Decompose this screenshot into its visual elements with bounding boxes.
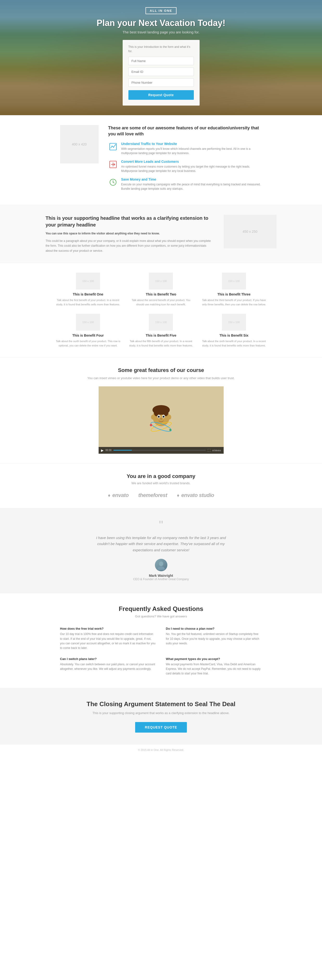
closing-cta-button[interactable]: REQUEST QUOTE xyxy=(135,722,187,733)
testimonial-role: CEO & Founder of Another Great Company xyxy=(10,578,312,581)
logo: ALL IN ONE xyxy=(145,7,177,14)
feature-desc-3: Execute on your marketing campaigns with… xyxy=(121,182,262,191)
quote-mark: " xyxy=(10,520,312,530)
fullscreen-icon: ⛶ xyxy=(207,449,210,452)
svg-point-21 xyxy=(168,415,171,420)
closing-title: The Closing Argument Statement to Seal T… xyxy=(10,700,312,708)
vimeo-badge: vimeo xyxy=(212,449,221,452)
benefits-section: 150 x 100 This is Benefit One Talk about… xyxy=(0,263,322,357)
benefit-desc-4: Talk about the ourth benefit of your pro… xyxy=(55,339,121,348)
benefit-title-3: This is Benefit Three xyxy=(217,293,250,296)
benefits-grid-row1: 150 x 100 This is Benefit One Talk about… xyxy=(55,273,267,307)
feature-item-2: Convert More Leads and Customers An opti… xyxy=(108,160,262,173)
faq-item-4: What payment types do you accept? We acc… xyxy=(166,657,262,676)
benefit-image-2: 150 x 100 xyxy=(149,273,173,290)
feature-item-3: Save Money and Time Execute on your mark… xyxy=(108,177,262,191)
clock-icon xyxy=(108,177,118,187)
logo-text: ALL IN ONE xyxy=(150,9,172,13)
closing-subtitle: This is your supporting closing argument… xyxy=(10,711,312,716)
faq-section: Frequently Asked Questions Got questions… xyxy=(0,593,322,688)
hero-form-card: This is your Introduction to the form an… xyxy=(123,40,199,105)
themeforest-logo: themeforest xyxy=(138,492,167,498)
svg-point-20 xyxy=(151,415,155,420)
svg-point-25 xyxy=(169,429,171,431)
faq-item-3: Can I switch plans later? Absolutely. Yo… xyxy=(60,657,156,676)
faq-subtitle: Got questions? We have got answers xyxy=(60,614,262,618)
footer-text: © 2015 All in One. All Rights Reserved. xyxy=(4,748,318,751)
faq-title: Frequently Asked Questions xyxy=(60,605,262,612)
video-controls: ▶ 00:30 ⛶ vimeo xyxy=(99,447,224,454)
faq-grid: How does the free trial work? Our 10 day… xyxy=(60,627,262,676)
benefit-desc-5: Talk about the fifth benefit of your pro… xyxy=(128,339,194,348)
email-input[interactable] xyxy=(128,68,194,76)
request-quote-button[interactable]: Request Quote xyxy=(128,90,194,100)
faq-question-4: What payment types do you accept? xyxy=(166,657,262,661)
hero-section: ALL IN ONE Plan your Next Vacation Today… xyxy=(0,0,322,115)
feature-title-3: Save Money and Time xyxy=(121,177,262,181)
features-section: 400 x 420 These are some of our awesome … xyxy=(0,115,322,205)
company-subtitle: We are funded with world's trusted brand… xyxy=(10,481,312,485)
faq-answer-3: Absolutely. You can switch between our p… xyxy=(60,662,156,671)
benefit-item-3: 150 x 100 This is Benefit Three Talk abo… xyxy=(201,273,267,307)
leads-icon xyxy=(108,160,118,169)
benefit-item-4: 150 x 100 This is Benefit Four Talk abou… xyxy=(55,314,121,348)
feature-text-1: Understand Traffic to Your Website With … xyxy=(121,142,262,155)
chart-icon xyxy=(108,142,118,151)
benefit-title-6: This is Benefit Six xyxy=(220,334,249,337)
features-content: These are some of our awesome features o… xyxy=(108,125,262,195)
benefit-image-4: 150 x 100 xyxy=(76,314,100,331)
benefit-desc-3: Talk about the third benefit of your pro… xyxy=(201,298,267,307)
svg-point-17 xyxy=(158,416,160,418)
svg-point-3 xyxy=(115,144,116,145)
features-image-placeholder: 400 x 420 xyxy=(60,125,99,164)
benefit-title-1: This is Benefit One xyxy=(73,293,104,296)
play-button[interactable]: ▶ xyxy=(101,449,104,452)
video-subtitle: You can insert vimeo or youtube video he… xyxy=(10,376,312,380)
testimonial-text: I have been using this template for all … xyxy=(91,535,231,553)
closing-section: The Closing Argument Statement to Seal T… xyxy=(0,688,322,745)
feature-title-2: Convert More Leads and Customers xyxy=(121,160,262,164)
supporting-text: This is your supporting headline that wo… xyxy=(46,215,214,253)
svg-point-18 xyxy=(163,416,164,418)
envato-studio-label: envato studio xyxy=(181,492,214,498)
feature-text-3: Save Money and Time Execute on your mark… xyxy=(121,177,262,191)
faq-question-3: Can I switch plans later? xyxy=(60,657,156,661)
testimonial-avatar xyxy=(155,559,167,571)
supporting-image-placeholder: 450 x 250 xyxy=(224,215,277,248)
time-display: 00:30 xyxy=(105,449,112,452)
footer: © 2015 All in One. All Rights Reserved. xyxy=(0,745,322,755)
form-intro: This is your Introduction to the form an… xyxy=(128,45,194,53)
benefit-desc-1: Talk about the first benefit of your pro… xyxy=(55,298,121,307)
supporting-section: This is your supporting headline that wo… xyxy=(0,205,322,263)
feature-desc-1: With segmentation reports you'll know wh… xyxy=(121,147,262,155)
faq-question-2: Do I need to choose a plan now? xyxy=(166,627,262,630)
phone-input[interactable] xyxy=(128,78,194,87)
faq-answer-1: Our 10 day trial is 100% free and does n… xyxy=(60,632,156,651)
full-name-input[interactable] xyxy=(128,57,194,65)
svg-point-19 xyxy=(160,418,162,419)
svg-point-27 xyxy=(158,566,165,570)
svg-point-10 xyxy=(113,182,113,183)
video-section: Some great features of our course You ca… xyxy=(0,358,322,463)
envato-icon: ♦ xyxy=(108,493,110,498)
testimonial-section: " I have been using this template for al… xyxy=(0,508,322,593)
benefit-title-5: This is Benefit Five xyxy=(146,334,177,337)
svg-point-2 xyxy=(113,147,114,148)
video-title: Some great features of our course xyxy=(10,367,312,373)
feature-desc-2: An optimised funnel means more customers… xyxy=(121,164,262,173)
benefits-grid-row2: 150 x 100 This is Benefit Four Talk abou… xyxy=(55,314,267,348)
feature-text-2: Convert More Leads and Customers An opti… xyxy=(121,160,262,173)
svg-point-26 xyxy=(159,562,163,566)
faq-answer-2: No. You get the full featured, unlimited… xyxy=(166,632,262,646)
progress-bar[interactable] xyxy=(113,450,206,450)
faq-item-1: How does the free trial work? Our 10 day… xyxy=(60,627,156,651)
feature-item-1: Understand Traffic to Your Website With … xyxy=(108,142,262,155)
testimonial-name: Mark Wainright xyxy=(10,574,312,578)
benefit-desc-6: Talk about the sixth benefit of your pro… xyxy=(201,339,267,348)
video-player[interactable]: ▶ 00:30 ⛶ vimeo xyxy=(99,387,224,454)
features-title: These are some of our awesome features o… xyxy=(108,125,262,137)
svg-point-24 xyxy=(150,424,152,426)
supporting-body1: You can use this space to inform the vis… xyxy=(46,231,214,236)
benefit-title-4: This is Benefit Four xyxy=(72,334,104,337)
feature-title-1: Understand Traffic to Your Website xyxy=(121,142,262,146)
